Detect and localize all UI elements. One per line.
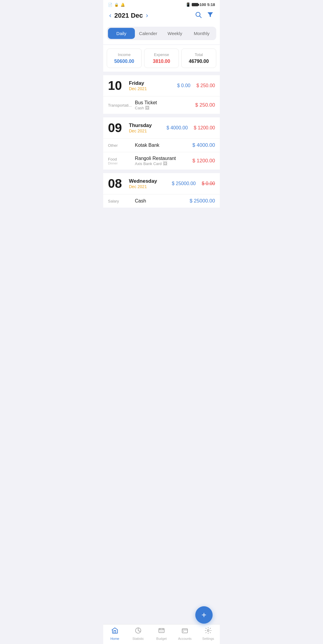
- day-number-09: 09: [108, 122, 125, 134]
- total-card: Total 46790.00: [181, 49, 216, 68]
- status-bar: 📄 🔒 🔔 📳 100 5:18: [103, 0, 220, 8]
- tx-detail-rangoli: Axis Bank Card 🖼: [135, 161, 192, 166]
- tab-daily[interactable]: Daily: [108, 28, 135, 39]
- day-name-09: Thursday: [129, 123, 163, 129]
- day-month-10: Dec 2021: [129, 86, 173, 91]
- vibrate-icon: 📳: [186, 2, 191, 7]
- transaction-rangoli[interactable]: Food Dinner Rangoli Restaurant Axis Bank…: [103, 152, 220, 170]
- tab-container: Daily Calender Weekly Monthly: [103, 24, 220, 44]
- tx-amount-bus: $ 250.00: [195, 102, 215, 108]
- tx-cat-dinner-label: Dinner: [108, 161, 135, 165]
- tx-cat-food-label: Food: [108, 157, 135, 161]
- header-title: 2021 Dec: [114, 12, 143, 19]
- svg-line-1: [200, 16, 202, 18]
- total-value: 46790.00: [184, 59, 214, 64]
- tx-amount-kotak: $ 4000.00: [192, 142, 215, 148]
- divider-2: [103, 114, 220, 117]
- image-icon-bus: 🖼: [145, 105, 149, 110]
- lock-icon: 🔒: [114, 3, 119, 7]
- tx-name-salary: Cash: [135, 198, 190, 204]
- tx-category-food: Food Dinner: [108, 157, 135, 165]
- summary-section: Income 50600.00 Expense 3810.00 Total 46…: [103, 45, 220, 72]
- day-expense-09: $ 1200.00: [194, 125, 215, 131]
- transaction-bus-ticket[interactable]: Transportati... Bus Ticket Cash 🖼 $ 250.…: [103, 96, 220, 114]
- tx-amount-salary: $ 25000.00: [190, 198, 215, 204]
- divider-1: [103, 72, 220, 75]
- search-icon[interactable]: [195, 11, 202, 20]
- status-left-icons: 📄 🔒 🔔: [108, 3, 125, 7]
- tx-category-salary: Salary: [108, 199, 135, 203]
- day-group-10: 10 Friday Dec 2021 $ 0.00 $ 250.00 Trans…: [103, 75, 220, 114]
- header: ‹ 2021 Dec ›: [103, 8, 220, 24]
- divider-3: [103, 170, 220, 173]
- tx-amount-rangoli: $ 1200.00: [192, 158, 215, 164]
- tx-info-kotak: Kotak Bank: [135, 143, 192, 148]
- battery-icon: [192, 3, 198, 6]
- tx-info-salary: Cash: [135, 198, 190, 204]
- day-group-09: 09 Thursday Dec 2021 $ 4000.00 $ 1200.00…: [103, 117, 220, 170]
- day-info-08: Wednesday Dec 2021: [129, 178, 168, 189]
- tab-weekly[interactable]: Weekly: [162, 28, 188, 39]
- tx-info-bus: Bus Ticket Cash 🖼: [135, 100, 195, 110]
- day-group-08: 08 Wednesday Dec 2021 $ 25000.00 $ 0.00 …: [103, 173, 220, 208]
- tx-category-transport: Transportati...: [108, 103, 135, 108]
- income-label: Income: [109, 52, 139, 57]
- expense-value: 3810.00: [147, 59, 176, 64]
- header-icons: [195, 11, 214, 20]
- day-expense-10: $ 250.00: [196, 83, 215, 88]
- total-label: Total: [184, 52, 214, 57]
- day-amounts-10: $ 0.00 $ 250.00: [177, 83, 215, 88]
- image-icon-rangoli: 🖼: [163, 161, 167, 166]
- day-expense-08: $ 0.00: [202, 181, 215, 186]
- header-nav: ‹ 2021 Dec ›: [109, 12, 148, 19]
- day-header-10[interactable]: 10 Friday Dec 2021 $ 0.00 $ 250.00: [103, 75, 220, 96]
- transaction-salary[interactable]: Salary Cash $ 25000.00: [103, 194, 220, 208]
- tab-bar: Daily Calender Weekly Monthly: [107, 27, 216, 40]
- time-display: 5:18: [207, 2, 215, 7]
- expense-card: Expense 3810.00: [144, 49, 179, 68]
- income-card: Income 50600.00: [107, 49, 142, 68]
- day-income-10: $ 0.00: [177, 83, 190, 88]
- day-info-09: Thursday Dec 2021: [129, 123, 163, 133]
- day-info-10: Friday Dec 2021: [129, 80, 173, 91]
- day-month-09: Dec 2021: [129, 129, 163, 133]
- battery-percent: 100: [199, 2, 206, 7]
- day-name-10: Friday: [129, 80, 173, 86]
- transaction-kotak[interactable]: Other Kotak Bank $ 4000.00: [103, 138, 220, 152]
- notification-icon: 🔔: [121, 3, 125, 7]
- filter-icon[interactable]: [207, 11, 214, 20]
- tab-calendar[interactable]: Calender: [135, 28, 162, 39]
- tx-info-rangoli: Rangoli Restaurant Axis Bank Card 🖼: [135, 156, 192, 166]
- income-value: 50600.00: [109, 59, 139, 64]
- doc-icon: 📄: [108, 3, 112, 7]
- day-number-08: 08: [108, 177, 125, 190]
- day-month-08: Dec 2021: [129, 184, 168, 189]
- bottom-padding: [103, 208, 220, 232]
- day-header-09[interactable]: 09 Thursday Dec 2021 $ 4000.00 $ 1200.00: [103, 117, 220, 138]
- tx-name-bus: Bus Ticket: [135, 100, 195, 105]
- tx-name-rangoli: Rangoli Restaurant: [135, 156, 192, 161]
- next-month-button[interactable]: ›: [146, 12, 148, 19]
- status-right: 📳 100 5:18: [186, 2, 215, 7]
- day-amounts-09: $ 4000.00 $ 1200.00: [167, 125, 215, 131]
- day-income-09: $ 4000.00: [167, 125, 188, 131]
- day-header-08[interactable]: 08 Wednesday Dec 2021 $ 25000.00 $ 0.00: [103, 173, 220, 194]
- day-amounts-08: $ 25000.00 $ 0.00: [172, 181, 215, 186]
- prev-month-button[interactable]: ‹: [109, 12, 111, 19]
- tx-detail-bus: Cash 🖼: [135, 105, 195, 110]
- tab-monthly[interactable]: Monthly: [188, 28, 215, 39]
- day-number-10: 10: [108, 79, 125, 92]
- tx-name-kotak: Kotak Bank: [135, 143, 192, 148]
- day-income-08: $ 25000.00: [172, 181, 196, 186]
- day-name-08: Wednesday: [129, 178, 168, 184]
- expense-label: Expense: [147, 52, 176, 57]
- tx-category-other: Other: [108, 143, 135, 148]
